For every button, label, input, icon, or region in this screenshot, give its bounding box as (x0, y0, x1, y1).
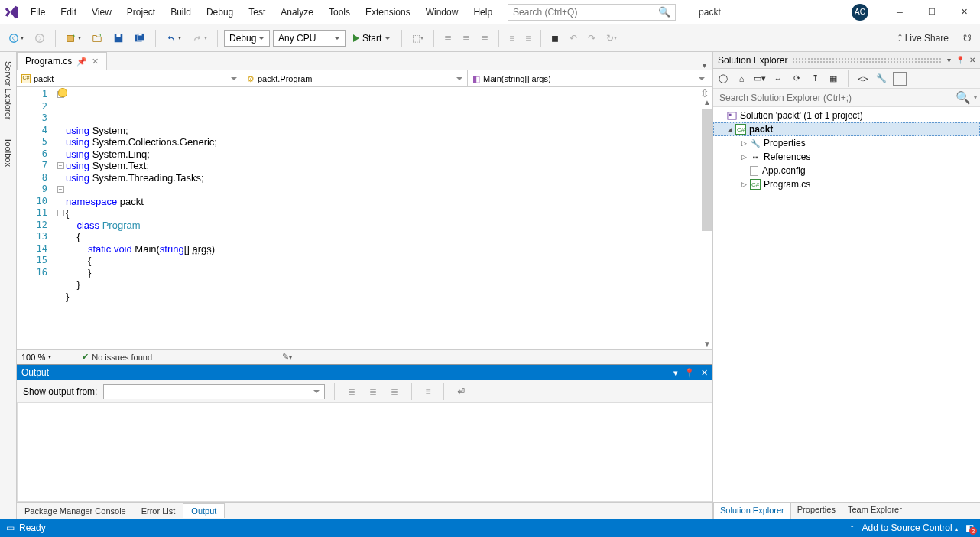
nav-fwd-button[interactable] (31, 31, 49, 46)
menu-analyze[interactable]: Analyze (273, 2, 321, 22)
menu-extensions[interactable]: Extensions (358, 2, 418, 22)
cleanup-icon[interactable]: ✎▾ (282, 352, 292, 362)
tab-package-manager-console[interactable]: Package Manager Console (17, 504, 134, 518)
user-avatar[interactable]: AC (852, 4, 868, 21)
solexp-close-icon[interactable]: ✕ (969, 56, 975, 64)
menu-window[interactable]: Window (418, 2, 466, 22)
lightbulb-icon[interactable] (58, 88, 67, 97)
save-all-button[interactable] (131, 31, 149, 46)
class-dropdown[interactable]: ⚙packt.Program (242, 70, 468, 87)
properties-node[interactable]: ▷ 🔧 Properties (713, 136, 980, 150)
menu-project[interactable]: Project (119, 2, 163, 22)
output-header[interactable]: Output ▾ 📍 ✕ (17, 365, 712, 380)
solexp-dropdown-icon[interactable]: ▾ (947, 56, 951, 64)
doc-tab-program[interactable]: Program.cs 📌 ✕ (17, 52, 107, 70)
notifications-button[interactable]: ◧ 2 (965, 522, 974, 533)
nav-back-button[interactable]: ▾ (5, 31, 28, 46)
new-project-button[interactable]: ▾ (62, 31, 85, 46)
solexp-sync-icon[interactable]: ▭▾ (753, 72, 767, 86)
bookmark-icon[interactable]: ◼ (547, 31, 563, 46)
close-button[interactable]: ✕ (948, 1, 980, 24)
solexp-search-input[interactable] (716, 91, 956, 105)
publish-icon[interactable]: ↑ (850, 522, 855, 533)
output-close-icon[interactable]: ✕ (701, 368, 708, 378)
menu-tools[interactable]: Tools (321, 2, 358, 22)
out-wrap-icon[interactable]: ⏎ (453, 384, 469, 399)
scroll-up-icon[interactable]: ▲ (703, 98, 711, 106)
solution-node[interactable]: Solution 'packt' (1 of 1 project) (713, 109, 980, 122)
expand-arrow-icon[interactable]: ◢ (725, 125, 734, 133)
collapse-arrow-icon[interactable]: ▷ (739, 181, 748, 188)
tab-output[interactable]: Output (183, 503, 225, 518)
tab-solution-explorer[interactable]: Solution Explorer (713, 503, 791, 519)
solexp-back-icon[interactable]: ◯ (716, 72, 730, 86)
pin-icon[interactable]: 📌 (76, 57, 87, 67)
collapse-arrow-icon[interactable]: ▷ (739, 139, 748, 147)
start-button[interactable]: Start (349, 31, 395, 46)
redo-button[interactable]: ▾ (188, 31, 211, 46)
quick-search[interactable]: 🔍 (508, 4, 676, 21)
project-node[interactable]: ◢ C# packt (713, 122, 980, 136)
platform-dropdown[interactable]: Any CPU (273, 30, 346, 47)
quick-search-input[interactable] (513, 7, 651, 18)
split-handle-icon[interactable]: ⇳ (700, 87, 711, 98)
side-tab-toolbox[interactable]: Toolbox (2, 133, 15, 171)
output-dropdown-icon[interactable]: ▾ (673, 368, 678, 378)
solexp-refresh-icon[interactable]: ⟳ (790, 72, 803, 86)
solexp-tree[interactable]: Solution 'packt' (1 of 1 project) ◢ C# p… (713, 107, 980, 502)
solexp-showall-icon[interactable]: ▦ (826, 72, 840, 86)
solexp-properties-icon[interactable]: 🔧 (875, 72, 888, 86)
menu-view[interactable]: View (84, 2, 119, 22)
maximize-button[interactable]: ☐ (916, 1, 948, 24)
code-editor[interactable]: 12345678910111213141516 −−−− using Syste… (17, 87, 712, 349)
solexp-search[interactable]: 🔍 ▾ (713, 89, 980, 107)
side-tab-server-explorer[interactable]: Server Explorer (2, 57, 15, 124)
menu-debug[interactable]: Debug (199, 2, 241, 22)
code-area[interactable]: using System;using System.Collections.Ge… (66, 87, 712, 349)
close-tab-icon[interactable]: ✕ (92, 57, 99, 67)
solexp-title-bar[interactable]: Solution Explorer ▾ 📍 ✕ (713, 52, 980, 69)
member-dropdown[interactable]: ◧Main(string[] args) (468, 70, 712, 87)
output-pin-icon[interactable]: 📍 (684, 368, 695, 378)
menu-edit[interactable]: Edit (53, 2, 84, 22)
programcs-node[interactable]: ▷ C# Program.cs (713, 177, 980, 191)
scope-dropdown[interactable]: C#packt (17, 70, 242, 87)
fold-column[interactable]: −−−− (55, 87, 66, 349)
save-button[interactable] (109, 31, 128, 46)
menu-test[interactable]: Test (241, 2, 273, 22)
issues-indicator[interactable]: ✔No issues found (82, 352, 152, 362)
solexp-arrow-icon[interactable]: ↔ (771, 72, 785, 86)
menu-help[interactable]: Help (466, 2, 500, 22)
solexp-home-icon[interactable]: ⌂ (735, 72, 748, 86)
live-share-button[interactable]: ⤴Live Share (891, 30, 955, 47)
status-window-icon[interactable]: ▭ (6, 522, 15, 533)
appconfig-node[interactable]: App.config (713, 164, 980, 177)
config-dropdown[interactable]: Debug (224, 30, 270, 47)
tab-error-list[interactable]: Error List (134, 504, 183, 518)
open-file-button[interactable] (88, 31, 106, 46)
undo-button[interactable]: ▾ (162, 31, 185, 46)
scrollbar-thumb[interactable] (702, 109, 712, 231)
out-btn-4: ≡ (421, 384, 434, 399)
tab-properties[interactable]: Properties (791, 503, 842, 519)
csharp-file-icon: C# (750, 179, 761, 190)
solexp-collapse-icon[interactable]: ⤒ (808, 72, 822, 86)
step-button[interactable]: ⬚▾ (408, 31, 427, 46)
solexp-code-icon[interactable]: <> (856, 72, 870, 86)
solexp-pin-icon[interactable]: 📍 (956, 56, 965, 64)
search-dd-icon[interactable]: ▾ (974, 94, 977, 101)
collapse-arrow-icon[interactable]: ▷ (739, 153, 748, 161)
menu-build[interactable]: Build (163, 2, 199, 22)
references-node[interactable]: ▷ ▪▪ References (713, 150, 980, 164)
scroll-down-icon[interactable]: ▼ (703, 340, 711, 347)
zoom-dropdown[interactable]: 100 %▾ (21, 353, 51, 362)
tabs-overflow-icon[interactable]: ▾ (703, 61, 712, 70)
source-control-button[interactable]: Add to Source Control ▴ (862, 522, 958, 533)
minimize-button[interactable]: ─ (884, 1, 916, 24)
feedback-icon[interactable]: ☋ (959, 31, 975, 46)
tab-team-explorer[interactable]: Team Explorer (842, 503, 908, 519)
output-body[interactable] (17, 403, 712, 502)
menu-file[interactable]: File (23, 2, 53, 22)
solexp-preview-icon[interactable]: – (893, 72, 907, 86)
output-source-dropdown[interactable] (103, 384, 325, 399)
